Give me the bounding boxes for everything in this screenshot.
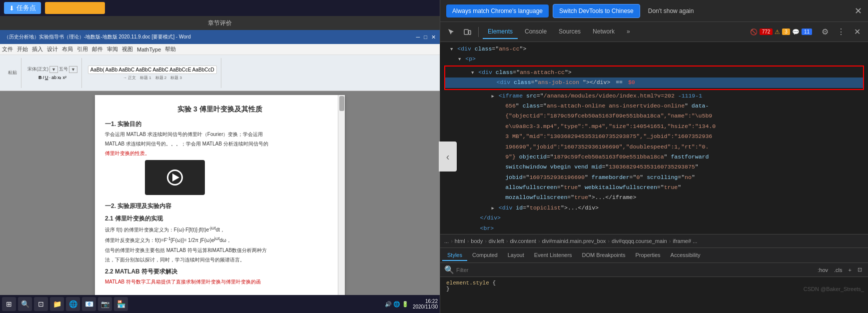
topiclist-arrow[interactable] xyxy=(492,204,495,211)
tree-node-p[interactable]: <p> xyxy=(440,54,868,64)
search-icon[interactable]: 🔍 xyxy=(18,297,32,311)
menu-mail[interactable]: 邮件 xyxy=(92,46,103,53)
tree-node-iframe[interactable]: <iframe src="/ananas/modules/video/index… xyxy=(440,91,868,101)
styles-tabs: Styles Computed Layout Event Listeners D… xyxy=(440,248,868,263)
select-element-button[interactable] xyxy=(444,25,458,39)
tree-node-div-topiclist[interactable]: <div id="topiclist">...</div> xyxy=(440,203,868,213)
html-tree[interactable]: <div class="ans-cc"> <p> <div class="ans… xyxy=(440,42,868,234)
tab-dom-breakpoints[interactable]: DOM Breakpoints xyxy=(577,250,631,261)
device-toolbar-button[interactable] xyxy=(460,25,474,39)
task-icon: ⬇ xyxy=(9,4,14,12)
taskview-icon[interactable]: ⊡ xyxy=(34,297,48,311)
experiment-heading: 实验 3 傅里叶变换及其性质 xyxy=(105,105,335,114)
bc-div-main[interactable]: div#mainid.main.prev_box xyxy=(542,238,606,244)
play-triangle-icon xyxy=(172,174,179,182)
browser-icon[interactable]: 🌐 xyxy=(66,297,80,311)
store-icon[interactable]: 🏪 xyxy=(114,297,128,311)
task-badge[interactable]: ⬇ 任务点 xyxy=(4,2,41,14)
menu-design[interactable]: 设计 xyxy=(47,46,58,53)
play-button[interactable] xyxy=(167,170,183,186)
devtools-toolbar: Elements Console Sources Network » 🚫 772… xyxy=(440,22,868,42)
menu-review[interactable]: 审阅 xyxy=(107,46,118,53)
style-close-brace: } xyxy=(446,286,450,292)
styles-content: element.style { } xyxy=(440,277,868,313)
bc-div-course[interactable]: div#qqqq.course_main xyxy=(612,238,667,244)
tab-sources[interactable]: Sources xyxy=(554,25,586,39)
word-scrollbar[interactable] xyxy=(338,95,345,298)
menu-ref[interactable]: 引用 xyxy=(77,46,88,53)
filter-add[interactable]: + xyxy=(847,266,854,274)
switch-chinese-button[interactable]: Switch DevTools to Chinese xyxy=(553,4,640,18)
match-language-button[interactable]: Always match Chrome's language xyxy=(446,4,549,18)
devtools-panel: Always match Chrome's language Switch De… xyxy=(440,0,868,313)
tab-accessibility[interactable]: Accessibility xyxy=(666,250,706,261)
task-badge-orange xyxy=(45,2,105,14)
tab-event-listeners[interactable]: Event Listeners xyxy=(529,250,577,261)
menu-insert[interactable]: 插入 xyxy=(32,46,43,53)
word-minimize[interactable]: ─ xyxy=(416,34,420,40)
para1: 学会运用 MATLAB 求连续时间信号的傅里叶（Fourier）变换；学会运用 xyxy=(105,130,335,138)
menu-layout[interactable]: 布局 xyxy=(62,46,73,53)
formula-intro: 设序 f(t) 的傅里叶变换定义为：F(ω)·F[f(t)]·∫f(t)e-jω… xyxy=(105,225,335,234)
tab-properties[interactable]: Properties xyxy=(630,250,665,261)
tree-node-iframe-data9: mozallowfullscreen="true">...</iframe> xyxy=(440,192,868,202)
bc-div-content[interactable]: div.content xyxy=(510,238,536,244)
style-rule-element: element.style { xyxy=(446,280,862,286)
bc-div-left[interactable]: div.left xyxy=(489,238,504,244)
tab-layout[interactable]: Layout xyxy=(503,250,529,261)
scrollbar-thumb[interactable] xyxy=(339,96,344,111)
collapse-arrow[interactable] xyxy=(450,46,454,52)
section1-heading: 一1. 实验目的 xyxy=(105,120,335,128)
tab-computed[interactable]: Computed xyxy=(467,250,503,261)
tab-network[interactable]: Network xyxy=(588,25,620,39)
tree-node-iframe-data6: switchwindow vbegin vend mid="1303682945… xyxy=(440,162,868,172)
bc-iframe[interactable]: iframe# ... xyxy=(673,238,697,244)
word-maximize[interactable]: □ xyxy=(424,34,427,40)
tree-node-div-ans-attach[interactable]: <div class="ans-attach-cc"> xyxy=(445,68,863,78)
tree-node-iframe-data8: allowfullscreen="true" webkitallowfullsc… xyxy=(440,182,868,192)
menu-view[interactable]: 视图 xyxy=(122,46,133,53)
svg-rect-0 xyxy=(464,30,468,34)
para2: MATLAB 求连续时间信号的。。。；学会用 MATLAB 分析连续时间信号的 xyxy=(105,140,335,148)
video-overlay[interactable] xyxy=(145,160,205,195)
tree-node-iframe-data2: e\u9a8c3-3.mp4","type":".mp4","size":140… xyxy=(440,122,868,132)
collapse-sidebar-button[interactable]: ‹ xyxy=(439,142,457,172)
close-notification-button[interactable]: ✕ xyxy=(855,6,862,16)
filter-input[interactable] xyxy=(456,267,816,273)
start-icon[interactable]: ⊞ xyxy=(2,297,16,311)
settings-button[interactable]: ⚙ xyxy=(818,25,832,39)
mail-icon[interactable]: 📧 xyxy=(82,297,96,311)
more-options-button[interactable]: ⋮ xyxy=(834,25,848,39)
bc-html[interactable]: html xyxy=(455,238,465,244)
bc-ellipsis[interactable]: ... xyxy=(444,238,449,244)
tree-node-div-job-icon[interactable]: <div class="ans-job-icon "></div> == $0 xyxy=(445,78,863,88)
menu-file[interactable]: 文件 xyxy=(2,46,13,53)
tree-node-div-ans-cc[interactable]: <div class="ans-cc"> xyxy=(440,44,868,54)
formula2: 傅里叶反变换定义为：f(t)=F-1[F(ω)]= 1/2π ∫F(ω)ejωt… xyxy=(105,236,335,244)
taskbar-clock: 16:22 2020/11/30 xyxy=(413,298,438,310)
filter-layout-icon[interactable]: ⊡ xyxy=(856,266,864,274)
red-link[interactable]: 傅里叶变换的性质。 xyxy=(105,150,150,156)
filter-hover[interactable]: :hov xyxy=(816,266,830,274)
collapse-arrow-div[interactable] xyxy=(471,69,475,76)
tab-elements[interactable]: Elements xyxy=(483,25,518,39)
tab-more[interactable]: » xyxy=(622,25,635,39)
collapse-arrow-iframe[interactable] xyxy=(492,92,495,99)
menu-help[interactable]: 帮助 xyxy=(165,46,176,53)
bc-body[interactable]: body xyxy=(471,238,483,244)
elements-panel: <div class="ans-cc"> <p> <div class="ans… xyxy=(440,42,868,313)
dont-show-again[interactable]: Don't show again xyxy=(648,8,694,14)
word-ribbon: 粘贴 宋体(正文) ▼ 五号 ▼ B I U · ab x₂ x² xyxy=(0,55,440,91)
camera-icon[interactable]: 📷 xyxy=(98,297,112,311)
tab-styles[interactable]: Styles xyxy=(442,250,467,261)
error-count: 772 xyxy=(760,28,773,35)
info-count: 11 xyxy=(802,28,812,35)
tab-console[interactable]: Console xyxy=(520,25,552,39)
collapse-arrow-p[interactable] xyxy=(458,56,462,62)
word-close[interactable]: ✕ xyxy=(431,34,436,40)
menu-math[interactable]: MathType xyxy=(137,46,161,52)
menu-start[interactable]: 开始 xyxy=(17,46,28,53)
close-devtools-button[interactable]: ✕ xyxy=(850,25,864,39)
explorer-icon[interactable]: 📁 xyxy=(50,297,64,311)
filter-cls[interactable]: .cls xyxy=(832,266,845,274)
